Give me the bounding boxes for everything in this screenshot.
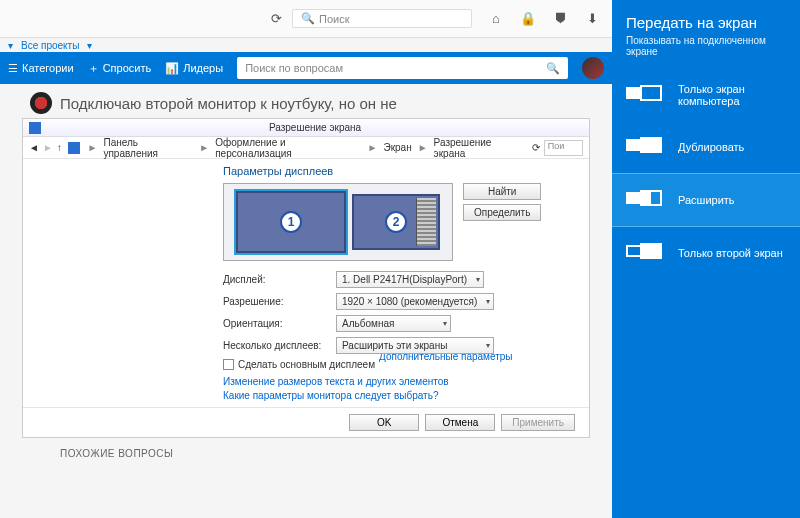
nav-ask[interactable]: ＋ Спросить — [88, 61, 152, 76]
window-titlebar: Разрешение экрана — [23, 119, 589, 137]
crumb-1[interactable]: Панель управления — [103, 137, 193, 159]
project-option-duplicate[interactable]: Дублировать — [612, 121, 800, 173]
questions-search-placeholder: Поиск по вопросам — [245, 62, 343, 74]
plus-icon: ＋ — [88, 61, 99, 76]
browser-search[interactable]: 🔍 Поиск — [292, 9, 472, 28]
nav-leaders[interactable]: 📊 Лидеры — [165, 62, 223, 75]
find-button[interactable]: Найти — [463, 183, 541, 200]
asker-avatar[interactable] — [30, 92, 52, 114]
refresh-icon[interactable]: ⟳ — [532, 142, 540, 153]
cp-icon — [68, 142, 80, 154]
primary-checkbox[interactable] — [223, 359, 234, 370]
multi-dropdown[interactable]: Расширить эти экраны — [336, 337, 494, 354]
lock-icon[interactable]: 🔒 — [516, 7, 540, 31]
avatar[interactable] — [582, 57, 604, 79]
question-header: Подключаю второй монитор к ноутбуку, но … — [0, 84, 612, 118]
which-settings-link[interactable]: Какие параметры монитора следует выбрать… — [223, 390, 575, 401]
shield-icon[interactable]: ⛊ — [548, 7, 572, 31]
search-icon: 🔍 — [301, 12, 315, 25]
project-subtitle: Показывать на подключенном экране — [612, 35, 800, 69]
browser-toolbar: ⟳ 🔍 Поиск ⌂ 🔒 ⛊ ⬇ — [0, 0, 612, 38]
project-option-second-only[interactable]: Только второй экран — [612, 227, 800, 279]
display-label: Дисплей: — [223, 274, 328, 285]
all-projects-link[interactable]: Все проекты — [21, 40, 79, 51]
display-dropdown[interactable]: 1. Dell P2417H(DisplayPort) — [336, 271, 484, 288]
list-icon: ☰ — [8, 62, 18, 75]
displays-preview[interactable]: 1 2 — [223, 183, 453, 261]
pc-only-icon — [626, 83, 666, 107]
orientation-dropdown[interactable]: Альбомная — [336, 315, 451, 332]
project-option-label: Расширить — [678, 194, 735, 206]
crumb-2[interactable]: Оформление и персонализация — [215, 137, 361, 159]
orientation-label: Ориентация: — [223, 318, 328, 329]
cp-search[interactable]: Пои — [544, 140, 583, 156]
reload-icon[interactable]: ⟳ — [264, 7, 288, 31]
project-title: Передать на экран — [612, 0, 800, 35]
cancel-button[interactable]: Отмена — [425, 414, 495, 431]
chevron-down-icon[interactable]: ▾ — [87, 40, 92, 51]
download-icon[interactable]: ⬇ — [580, 7, 604, 31]
project-option-label: Только второй экран — [678, 247, 783, 259]
nav-up-icon[interactable]: ↑ — [57, 142, 62, 153]
primary-checkbox-label: Сделать основным дисплеем — [238, 359, 375, 370]
project-option-extend[interactable]: Расширить — [612, 173, 800, 227]
apply-button: Применить — [501, 414, 575, 431]
ok-button[interactable]: OK — [349, 414, 419, 431]
breadcrumb-bar: ◄ ► ↑ ► Панель управления► Оформление и … — [23, 137, 589, 159]
project-option-label: Только экран компьютера — [678, 83, 786, 107]
nav-back-icon[interactable]: ◄ — [29, 142, 39, 153]
related-heading: ПОХОЖИЕ ВОПРОСЫ — [0, 438, 612, 469]
search-placeholder: Поиск — [319, 13, 349, 25]
multi-label: Несколько дисплеев: — [223, 340, 328, 351]
nav-categories[interactable]: ☰ Категории — [8, 62, 74, 75]
nav-fwd-icon: ► — [43, 142, 53, 153]
window-icon — [29, 122, 41, 134]
crumb-3[interactable]: Экран — [383, 142, 411, 153]
questions-search[interactable]: Поиск по вопросам 🔍 — [237, 57, 568, 79]
question-title: Подключаю второй монитор к ноутбуку, но … — [60, 95, 397, 112]
project-option-pc-only[interactable]: Только экран компьютера — [612, 69, 800, 121]
window-title: Разрешение экрана — [47, 122, 583, 133]
control-panel-window: Разрешение экрана ◄ ► ↑ ► Панель управле… — [22, 118, 590, 438]
resolution-label: Разрешение: — [223, 296, 328, 307]
monitor-2[interactable]: 2 — [352, 194, 440, 250]
duplicate-icon — [626, 135, 666, 159]
extend-icon — [626, 188, 666, 212]
chart-icon: 📊 — [165, 62, 179, 75]
projects-bar: ▾ Все проекты ▾ — [0, 38, 612, 52]
resolution-dropdown[interactable]: 1920 × 1080 (рекомендуется) — [336, 293, 494, 310]
crumb-4[interactable]: Разрешение экрана — [434, 137, 524, 159]
site-navbar: ☰ Категории ＋ Спросить 📊 Лидеры Поиск по… — [0, 52, 612, 84]
home-icon[interactable]: ⌂ — [484, 7, 508, 31]
monitor-1[interactable]: 1 — [236, 191, 346, 253]
project-option-label: Дублировать — [678, 141, 744, 153]
section-title: Параметры дисплеев — [223, 165, 575, 177]
search-icon: 🔍 — [546, 62, 560, 75]
identify-button[interactable]: Определить — [463, 204, 541, 221]
text-size-link[interactable]: Изменение размеров текста и других элеме… — [223, 376, 575, 387]
dialog-buttons: OK Отмена Применить — [23, 407, 589, 437]
project-panel: Передать на экран Показывать на подключе… — [612, 0, 800, 518]
projects-dropdown-icon[interactable]: ▾ — [8, 40, 13, 51]
second-only-icon — [626, 241, 666, 265]
